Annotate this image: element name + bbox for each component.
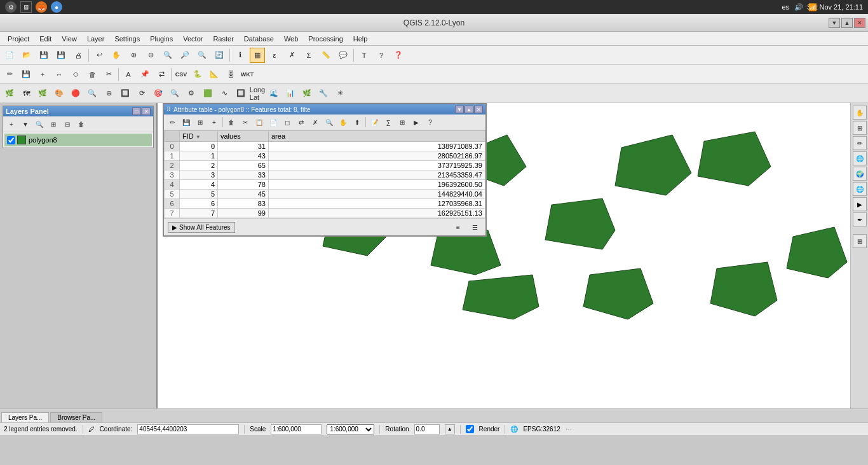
plugin-btn-11[interactable]: 🔍: [167, 86, 182, 101]
collapse-all-btn[interactable]: ⊟: [61, 118, 74, 130]
save-as-btn[interactable]: 💾: [53, 48, 69, 63]
text-annot-btn[interactable]: T: [356, 48, 372, 63]
os-icon-1[interactable]: ⚙: [5, 1, 17, 13]
menu-view[interactable]: View: [57, 34, 82, 44]
filter-by-map-btn[interactable]: 🔍: [33, 118, 46, 130]
rt-btn-2[interactable]: ⊞: [853, 121, 867, 135]
th-area[interactable]: area: [269, 131, 485, 142]
rt-btn-3[interactable]: ✏: [853, 136, 867, 150]
digitize-btn[interactable]: ✏: [2, 67, 17, 82]
plugin-btn-12[interactable]: ⚙: [184, 86, 199, 101]
zoom-selected-btn[interactable]: 🔍: [194, 48, 210, 63]
reload-btn[interactable]: ⊞: [194, 116, 207, 128]
scale-dropdown[interactable]: 1:600,000 1:300,000 1:1,000,000: [327, 424, 374, 434]
open-field-calc-btn[interactable]: Σ: [301, 48, 316, 63]
plugin-btn-17[interactable]: 🌊: [266, 86, 281, 101]
table-row[interactable]: 4 4 78 196392600.50: [165, 180, 485, 190]
panel-restore-btn[interactable]: □: [132, 108, 141, 115]
table-row[interactable]: 0 0 31 138971089.37: [165, 142, 485, 151]
select-all-btn[interactable]: ◻: [281, 116, 294, 128]
remove-layer-btn[interactable]: 🗑: [75, 118, 88, 130]
new-project-btn[interactable]: 📄: [2, 48, 17, 63]
open-form-btn[interactable]: 📝: [368, 116, 381, 128]
zoom-out-btn[interactable]: ⊖: [143, 48, 158, 63]
print-btn[interactable]: 🖨: [71, 48, 86, 63]
rt-btn-9[interactable]: ⊞: [853, 234, 867, 248]
open-btn[interactable]: 📂: [19, 48, 34, 63]
th-values[interactable]: values: [218, 131, 269, 142]
win-minimize[interactable]: ▼: [829, 18, 840, 28]
menu-vector[interactable]: Vector: [178, 34, 208, 44]
plugin-btn-10[interactable]: 🎯: [151, 86, 166, 101]
rt-btn-4[interactable]: 🌐: [853, 151, 867, 165]
menu-web[interactable]: Web: [279, 34, 303, 44]
identify-btn[interactable]: ℹ: [233, 48, 248, 63]
messages-btn[interactable]: ⋯: [566, 426, 572, 433]
menu-project[interactable]: Project: [3, 34, 34, 44]
os-icon-3[interactable]: 🦊: [36, 1, 47, 13]
menu-plugins[interactable]: Plugins: [145, 34, 178, 44]
table-row[interactable]: 1 1 43 280502186.97: [165, 151, 485, 161]
attr-collapse-btn[interactable]: ▼: [455, 106, 464, 113]
table-row[interactable]: 3 3 33 213453359.47: [165, 170, 485, 180]
zoom-layer-btn[interactable]: 🔎: [177, 48, 193, 63]
table-row[interactable]: 6 6 83 127035968.31: [165, 199, 485, 209]
wkt-btn[interactable]: WKT: [240, 67, 255, 82]
open-field-calc-attr-btn[interactable]: ∑: [382, 116, 395, 128]
rt-btn-1[interactable]: ✋: [853, 106, 867, 120]
plugin-btn-9[interactable]: ⟳: [134, 86, 149, 101]
plugin-btn-21[interactable]: ✳: [332, 86, 348, 101]
menu-edit[interactable]: Edit: [34, 34, 57, 44]
plugin-btn-19[interactable]: 🌿: [299, 86, 315, 101]
deselect-btn[interactable]: ✗: [284, 48, 299, 63]
menu-processing[interactable]: Processing: [303, 34, 348, 44]
select-features-btn[interactable]: ▦: [250, 48, 265, 63]
zoom-select-btn[interactable]: ⊕: [126, 48, 141, 63]
toggle-edit-btn[interactable]: ✏: [166, 116, 179, 128]
rotation-spinner-up[interactable]: ▲: [445, 424, 455, 434]
menu-settings[interactable]: Settings: [109, 34, 145, 44]
organize-columns-btn[interactable]: ⊞: [396, 116, 409, 128]
layer-item-polygon8[interactable]: polygon8: [4, 134, 152, 146]
table-row[interactable]: 2 2 65 373715925.39: [165, 161, 485, 170]
save-btn[interactable]: 💾: [36, 48, 51, 63]
os-icon-4[interactable]: ●: [51, 1, 62, 13]
zoom-all-btn[interactable]: 🔍: [160, 48, 175, 63]
plugin-btn-1[interactable]: 🌿: [2, 86, 17, 101]
tab-layers-panel[interactable]: Layers Pa...: [1, 412, 49, 422]
add-row-btn[interactable]: +: [208, 116, 220, 128]
plugin-btn-4[interactable]: 🎨: [51, 86, 67, 101]
label-tool-btn[interactable]: A: [121, 67, 136, 82]
plugin-btn-8[interactable]: 🔲: [118, 86, 133, 101]
annotations-btn[interactable]: 💬: [336, 48, 351, 63]
measure-btn[interactable]: 📏: [318, 48, 334, 63]
rt-btn-8[interactable]: ✒: [853, 212, 867, 226]
paste-feat-btn[interactable]: 📄: [267, 116, 280, 128]
plugin-btn-15[interactable]: 🔲: [233, 86, 248, 101]
filter-layer-btn[interactable]: ▼: [19, 118, 32, 130]
db-manager-btn[interactable]: 🗄: [223, 67, 238, 82]
switch-view-btn[interactable]: ≡: [452, 221, 465, 233]
pan-btn[interactable]: ✋: [109, 48, 124, 63]
plugin-btn-5[interactable]: 🔴: [68, 86, 83, 101]
attr-table-container[interactable]: FID ▼ values area 0 0: [164, 130, 485, 218]
th-fid[interactable]: FID ▼: [180, 131, 218, 142]
plugin-btn-6[interactable]: 🔍: [85, 86, 100, 101]
cut-sel-btn[interactable]: ✂: [239, 116, 252, 128]
show-all-features-btn[interactable]: ▶ Show All Features: [168, 222, 235, 233]
node-tool-btn[interactable]: ◇: [68, 67, 83, 82]
plugin-btn-2[interactable]: 🗺: [18, 86, 34, 101]
table-row[interactable]: 5 5 45 144829440.04: [165, 190, 485, 199]
layer-checkbox[interactable]: [7, 136, 15, 144]
attr-minimize-btn[interactable]: ▲: [465, 106, 473, 113]
win-maximize[interactable]: ▲: [841, 18, 853, 28]
pan-to-btn[interactable]: ✋: [337, 116, 349, 128]
add-feature-btn[interactable]: +: [35, 67, 50, 82]
delete-sel-btn[interactable]: 🗑: [85, 67, 100, 82]
plugin-btn-3[interactable]: 🌿: [35, 86, 50, 101]
refresh-btn[interactable]: 🔄: [212, 48, 227, 63]
plugin-btn-18[interactable]: 📊: [283, 86, 298, 101]
move-sel-top-btn[interactable]: ⬆: [351, 116, 363, 128]
save-edits-btn[interactable]: 💾: [180, 116, 193, 128]
menu-layer[interactable]: Layer: [82, 34, 110, 44]
